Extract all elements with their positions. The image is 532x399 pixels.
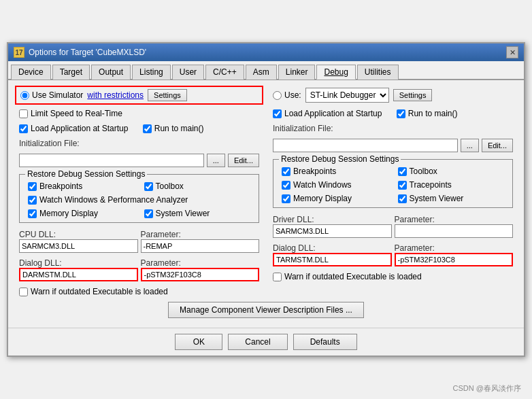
right-memory-display-checkbox[interactable] xyxy=(282,194,290,203)
limit-speed-checkbox[interactable] xyxy=(19,109,28,118)
tab-device[interactable]: Device xyxy=(11,65,51,80)
left-init-file-input[interactable] xyxy=(19,154,204,167)
right-toolbox-checkbox[interactable] xyxy=(398,167,407,176)
tab-debug[interactable]: Debug xyxy=(316,65,355,80)
dialog-content: Use Simulator with restrictions Settings… xyxy=(8,80,524,328)
right-load-app-row: Load Application at Startup Run to main(… xyxy=(269,107,517,120)
tab-target[interactable]: Target xyxy=(52,65,90,80)
tab-bar: Device Target Output Listing User C/C++ … xyxy=(8,61,524,80)
left-watch-windows-checkbox[interactable] xyxy=(28,196,37,205)
tab-linker[interactable]: Linker xyxy=(278,65,316,80)
simulator-section: Use Simulator with restrictions Settings xyxy=(15,86,263,105)
left-cpu-dll-input[interactable] xyxy=(19,239,138,253)
left-settings-button[interactable]: Settings xyxy=(148,89,187,101)
left-run-to-main-checkbox[interactable] xyxy=(143,124,152,133)
simulator-radio[interactable] xyxy=(20,91,29,100)
right-init-file-label: Initialization File: xyxy=(269,122,517,135)
left-cpu-param-input[interactable] xyxy=(141,239,260,253)
left-dialog-param-input[interactable] xyxy=(141,268,260,281)
app-icon: 17 xyxy=(14,47,24,58)
left-dialog-dll-input[interactable] xyxy=(19,268,138,281)
right-warn-checkbox[interactable] xyxy=(273,273,282,281)
right-edit-button[interactable]: Edit... xyxy=(482,139,513,152)
tab-cpp[interactable]: C/C++ xyxy=(205,65,244,80)
cancel-button[interactable]: Cancel xyxy=(228,334,287,350)
left-load-app-row: Load Application at Startup Run to main(… xyxy=(15,122,263,135)
right-column: Use: ST-Link Debugger Settings Load Appl… xyxy=(269,86,517,298)
ok-button[interactable]: OK xyxy=(175,334,222,350)
right-driver-row: Driver DLL: Parameter: xyxy=(269,213,517,239)
left-checkboxes: Breakpoints Toolbox Watch Windows & Perf… xyxy=(24,180,254,220)
right-init-file-input[interactable] xyxy=(273,139,458,152)
watermark: CSDN @春风淡作序 xyxy=(453,383,521,394)
right-settings-button[interactable]: Settings xyxy=(393,89,433,101)
main-columns: Use Simulator with restrictions Settings… xyxy=(15,86,517,298)
left-load-app-checkbox[interactable] xyxy=(19,124,28,133)
left-init-file-row: ... Edit... xyxy=(15,152,263,169)
right-dialog-dll-row: Dialog DLL: Parameter: xyxy=(269,242,517,268)
right-init-file-row: ... Edit... xyxy=(269,137,517,154)
right-dialog-dll-input[interactable] xyxy=(273,253,392,266)
right-tracepoints-checkbox[interactable] xyxy=(398,181,407,190)
footer: OK Cancel Defaults CSDN @春风淡作序 xyxy=(8,328,524,355)
left-warn-row: Warn if outdated Executable is loaded xyxy=(15,285,263,298)
use-radio[interactable] xyxy=(273,91,282,100)
left-system-viewer-checkbox[interactable] xyxy=(144,209,153,218)
right-restore-group: Restore Debug Session Settings Breakpoin… xyxy=(273,159,513,208)
left-restore-group: Restore Debug Session Settings Breakpoin… xyxy=(19,174,259,223)
use-radio-label[interactable]: Use: xyxy=(273,90,301,100)
left-toolbox-checkbox[interactable] xyxy=(144,182,153,191)
right-dialog-param-input[interactable] xyxy=(395,253,514,266)
left-memory-display-checkbox[interactable] xyxy=(28,209,37,218)
manage-button[interactable]: Manage Component Viewer Description File… xyxy=(168,302,364,318)
tab-asm[interactable]: Asm xyxy=(246,65,277,80)
right-load-app-checkbox[interactable] xyxy=(273,109,282,118)
dialog-title: Options for Target 'CubeMXLSD' xyxy=(29,48,146,57)
left-column: Use Simulator with restrictions Settings… xyxy=(15,86,263,298)
left-restore-title: Restore Debug Session Settings xyxy=(25,169,147,179)
tab-user[interactable]: User xyxy=(172,65,204,80)
use-simulator-label[interactable]: Use Simulator xyxy=(20,90,83,100)
manage-btn-row: Manage Component Viewer Description File… xyxy=(15,298,517,322)
restrictions-link[interactable]: with restrictions xyxy=(87,90,144,100)
right-run-to-main-checkbox[interactable] xyxy=(397,109,405,118)
left-init-file-label: Initialization File: xyxy=(15,137,263,150)
close-button[interactable]: ✕ xyxy=(506,46,518,58)
main-dialog: 17 Options for Target 'CubeMXLSD' ✕ Devi… xyxy=(7,42,525,357)
right-checkboxes: Breakpoints Toolbox Watch Windows xyxy=(278,165,508,205)
left-edit-button[interactable]: Edit... xyxy=(228,154,259,167)
left-warn-checkbox[interactable] xyxy=(19,288,28,296)
right-watch-windows-checkbox[interactable] xyxy=(282,181,290,190)
title-bar: 17 Options for Target 'CubeMXLSD' ✕ xyxy=(8,44,524,61)
right-breakpoints-checkbox[interactable] xyxy=(282,167,290,176)
limit-speed-row: Limit Speed to Real-Time xyxy=(15,107,263,120)
left-breakpoints-checkbox[interactable] xyxy=(28,182,37,191)
right-restore-title: Restore Debug Session Settings xyxy=(279,154,401,164)
tab-output[interactable]: Output xyxy=(91,65,131,80)
right-driver-param-input[interactable] xyxy=(395,224,514,238)
defaults-button[interactable]: Defaults xyxy=(293,334,357,350)
left-browse-button[interactable]: ... xyxy=(207,154,225,167)
tab-utilities[interactable]: Utilities xyxy=(357,65,399,80)
right-driver-dll-input[interactable] xyxy=(273,224,392,238)
right-browse-button[interactable]: ... xyxy=(461,139,479,152)
debugger-select[interactable]: ST-Link Debugger xyxy=(305,88,389,103)
left-cpu-row: CPU DLL: Parameter: xyxy=(15,228,263,254)
left-dialog-dll-row: Dialog DLL: Parameter: xyxy=(15,257,263,283)
tab-listing[interactable]: Listing xyxy=(132,65,171,80)
right-warn-row: Warn if outdated Executable is loaded xyxy=(269,271,517,283)
use-row: Use: ST-Link Debugger Settings xyxy=(269,86,517,105)
right-system-viewer-checkbox[interactable] xyxy=(398,194,407,203)
